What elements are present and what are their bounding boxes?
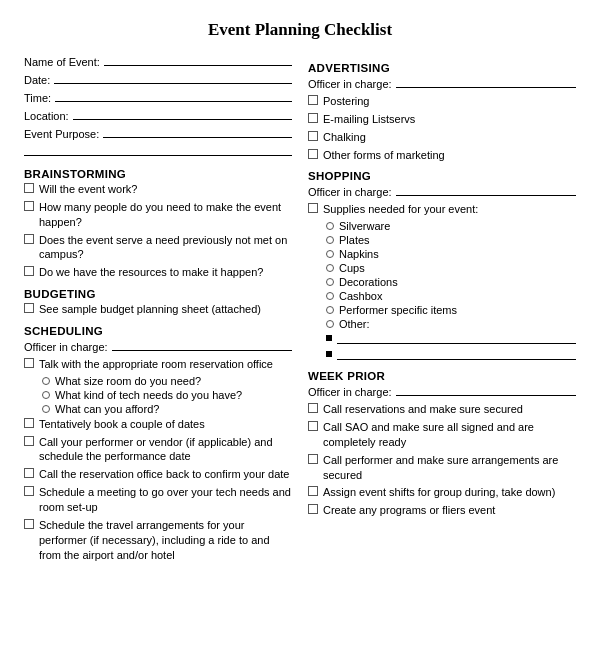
checkbox-icon[interactable]: [308, 113, 318, 123]
sub-item: What can you afford?: [42, 403, 292, 415]
item-text: E-mailing Listservs: [323, 112, 415, 127]
info-extra-line: [24, 144, 292, 156]
week-prior-header: WEEK PRIOR: [308, 370, 576, 382]
scheduling-officer-label: Officer in charge:: [24, 341, 108, 353]
checkbox-icon[interactable]: [24, 468, 34, 478]
checkbox-icon[interactable]: [24, 201, 34, 211]
time-underline[interactable]: [55, 90, 292, 102]
advertising-officer-label: Officer in charge:: [308, 78, 392, 90]
scheduling-officer-underline[interactable]: [112, 339, 292, 351]
location-label: Location:: [24, 110, 69, 122]
sub-item: Decorations: [326, 276, 576, 288]
advertising-list: Postering E-mailing Listservs Chalking O…: [308, 94, 576, 162]
item-text: Other forms of marketing: [323, 148, 445, 163]
checkbox-icon[interactable]: [24, 303, 34, 313]
right-column: ADVERTISING Officer in charge: Postering…: [308, 54, 576, 565]
advertising-header: ADVERTISING: [308, 62, 576, 74]
list-item: Does the event serve a need previously n…: [24, 233, 292, 263]
item-text: Talk with the appropriate room reservati…: [39, 357, 273, 372]
name-label: Name of Event:: [24, 56, 100, 68]
sub-item-text: Decorations: [339, 276, 398, 288]
sub-item-text: Other:: [339, 318, 370, 330]
week-prior-officer-label: Officer in charge:: [308, 386, 392, 398]
checkbox-icon[interactable]: [24, 358, 34, 368]
scheduling-header: SCHEDULING: [24, 325, 292, 337]
bullet-item: [326, 348, 576, 360]
checkbox-icon[interactable]: [308, 131, 318, 141]
sub-item: Plates: [326, 234, 576, 246]
budgeting-header: BUDGETING: [24, 288, 292, 300]
info-purpose-line: Event Purpose:: [24, 126, 292, 140]
item-text: Call your performer or vendor (if applic…: [39, 435, 292, 465]
info-name-line: Name of Event:: [24, 54, 292, 68]
location-underline[interactable]: [73, 108, 292, 120]
list-item: Call your performer or vendor (if applic…: [24, 435, 292, 465]
checkbox-icon[interactable]: [24, 234, 34, 244]
budgeting-list: See sample budget planning sheet (attach…: [24, 302, 292, 317]
checkbox-icon[interactable]: [24, 183, 34, 193]
extra-underline: [24, 144, 292, 156]
sub-item: Cups: [326, 262, 576, 274]
checkbox-icon[interactable]: [308, 149, 318, 159]
list-item: Chalking: [308, 130, 576, 145]
date-label: Date:: [24, 74, 50, 86]
item-text: Schedule the travel arrangements for you…: [39, 518, 292, 563]
checkbox-icon[interactable]: [308, 95, 318, 105]
sub-item-text: Silverware: [339, 220, 390, 232]
bullet-underline: [337, 332, 576, 344]
circle-bullet-icon: [42, 405, 50, 413]
list-item: Schedule a meeting to go over your tech …: [24, 485, 292, 515]
left-column: Name of Event: Date: Time: Location: Eve…: [24, 54, 292, 565]
shopping-officer-underline[interactable]: [396, 184, 576, 196]
sub-item: Other:: [326, 318, 576, 330]
list-item: Postering: [308, 94, 576, 109]
purpose-underline[interactable]: [103, 126, 292, 138]
item-text: How many people do you need to make the …: [39, 200, 292, 230]
advertising-officer-underline[interactable]: [396, 76, 576, 88]
shopping-list: Supplies needed for your event: Silverwa…: [308, 202, 576, 360]
info-section: Name of Event: Date: Time: Location: Eve…: [24, 54, 292, 156]
list-item: See sample budget planning sheet (attach…: [24, 302, 292, 317]
checkbox-icon[interactable]: [308, 454, 318, 464]
checkbox-icon[interactable]: [24, 486, 34, 496]
sub-item-text: Cashbox: [339, 290, 382, 302]
circle-bullet-icon: [42, 391, 50, 399]
sub-item-text: Plates: [339, 234, 370, 246]
date-underline[interactable]: [54, 72, 292, 84]
item-text: Call SAO and make sure all signed and ar…: [323, 420, 576, 450]
sub-item: What size room do you need?: [42, 375, 292, 387]
time-label: Time:: [24, 92, 51, 104]
item-text: Tentatively book a couple of dates: [39, 417, 205, 432]
checkbox-icon[interactable]: [24, 436, 34, 446]
list-item: Call the reservation office back to conf…: [24, 467, 292, 482]
bullet-item: [326, 332, 576, 344]
checkbox-icon[interactable]: [24, 418, 34, 428]
list-item: Create any programs or fliers event: [308, 503, 576, 518]
checkbox-icon[interactable]: [308, 504, 318, 514]
list-item: Talk with the appropriate room reservati…: [24, 357, 292, 372]
purpose-label: Event Purpose:: [24, 128, 99, 140]
sub-item-text: Napkins: [339, 248, 379, 260]
list-item: Assign event shifts for group during, ta…: [308, 485, 576, 500]
item-text: Does the event serve a need previously n…: [39, 233, 292, 263]
checkbox-icon[interactable]: [24, 519, 34, 529]
item-text: Do we have the resources to make it happ…: [39, 265, 263, 280]
checkbox-icon[interactable]: [24, 266, 34, 276]
checkbox-icon[interactable]: [308, 403, 318, 413]
week-prior-officer-underline[interactable]: [396, 384, 576, 396]
sub-items: What size room do you need? What kind of…: [42, 375, 292, 415]
scheduling-officer-line: Officer in charge:: [24, 339, 292, 353]
name-underline[interactable]: [104, 54, 292, 66]
page-title: Event Planning Checklist: [24, 20, 576, 40]
checkbox-icon[interactable]: [308, 486, 318, 496]
item-text: Call the reservation office back to conf…: [39, 467, 289, 482]
circle-bullet-icon: [326, 236, 334, 244]
item-text: Schedule a meeting to go over your tech …: [39, 485, 292, 515]
checkbox-icon[interactable]: [308, 421, 318, 431]
scheduling-list: Talk with the appropriate room reservati…: [24, 357, 292, 562]
list-item: Call performer and make sure arrangement…: [308, 453, 576, 483]
list-item: Will the event work?: [24, 182, 292, 197]
item-text: Postering: [323, 94, 369, 109]
checkbox-icon[interactable]: [308, 203, 318, 213]
list-item: Tentatively book a couple of dates: [24, 417, 292, 432]
